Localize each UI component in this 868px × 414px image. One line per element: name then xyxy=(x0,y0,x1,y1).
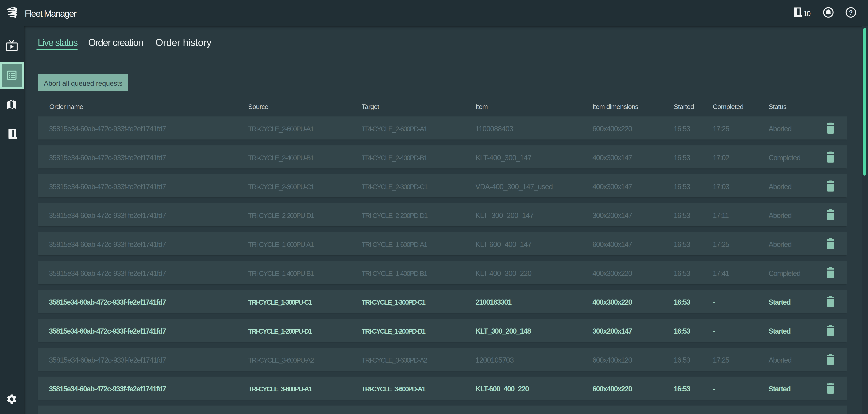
svg-text:?: ? xyxy=(849,9,853,16)
